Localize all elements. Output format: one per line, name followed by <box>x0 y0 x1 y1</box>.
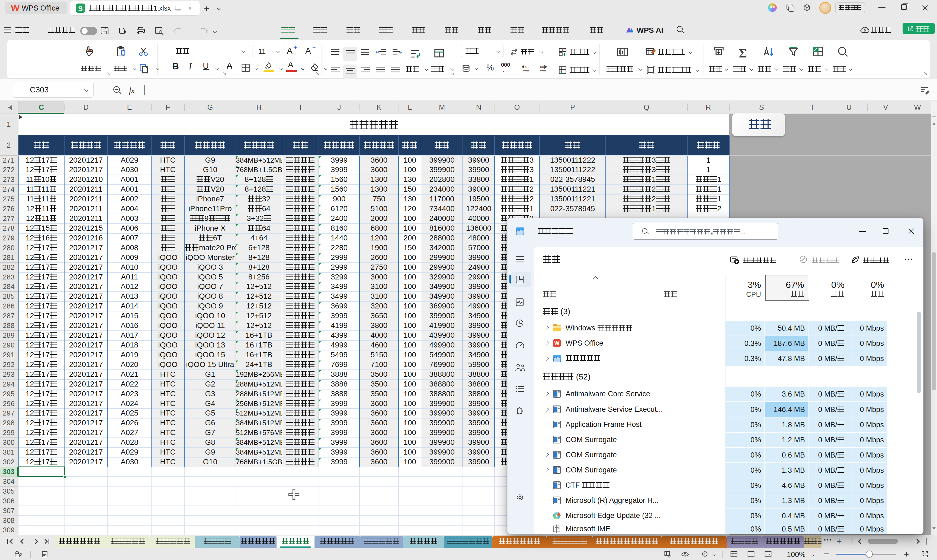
svg-text:.00: .00 <box>539 65 544 69</box>
svg-text:.0: .0 <box>525 65 527 69</box>
